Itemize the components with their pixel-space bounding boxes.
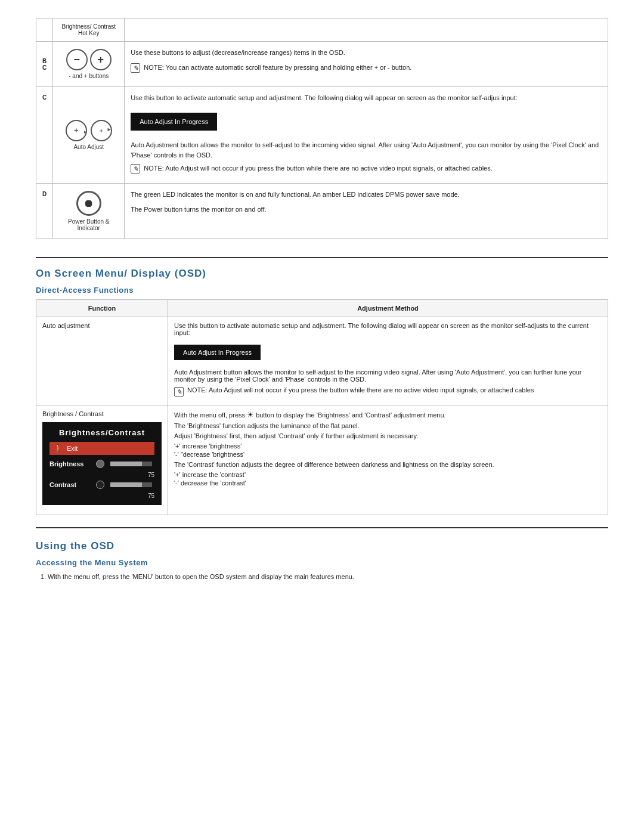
brightness-adj-line-3: '+' increase 'brightness' [174,442,602,450]
da-auto-adjust-progress-button: Auto Adjust In Progress [174,345,261,360]
da-brightness-function-label: Brightness / Contrast [42,410,162,417]
da-adjustment-auto: Use this button to activate automatic se… [168,317,608,405]
osd-brightness-label: Brightness [49,460,92,467]
osd-brightness-circle-icon [96,460,104,468]
da-function-brightness: Brightness / Contrast Brightness/Contras… [36,405,168,515]
note-text: NOTE: You can activate automatic scroll … [144,63,411,73]
da-table-header-adjustment: Adjustment Method [168,300,608,317]
row-label-bc: BC [36,42,53,87]
table-row: BC − + - and + buttons Use these buttons… [36,42,608,87]
osd-subsection-title: Direct-Access Functions [36,286,608,295]
osd-brightness-bar-fill [110,462,142,466]
using-osd-section: Using the OSD Accessing the Menu System … [36,540,608,582]
auto-adjust-label: Auto Adjust [57,144,120,150]
note-icon-c: ✎ [131,164,140,174]
osd-brightness-val: 75 [49,472,154,478]
osd-preview-title: Brightness/Contrast [49,428,154,437]
using-osd-title: Using the OSD [36,540,608,552]
desc-text: Use these buttons to adjust (decrease/in… [131,48,602,58]
da-adjustment-brightness: With the menu off, press ☀ button to dis… [168,405,608,515]
osd-brightness-bar [110,462,152,466]
note-icon: ✎ [131,63,140,73]
da-auto-desc-main: Use this button to activate automatic se… [174,322,602,336]
minus-plus-desc: Use these buttons to adjust (decrease/in… [125,42,608,87]
brightness-adj-line-0: With the menu off, press ☀ button to dis… [174,410,602,419]
minus-plus-icon-cell: − + - and + buttons [53,42,125,87]
auto-adjust-progress-button: Auto Adjust In Progress [131,113,217,131]
osd-contrast-circle-icon [96,481,104,489]
osd-brightness-row: Brightness [49,460,154,468]
auto-adjust-desc: Use this button to activate automatic se… [125,87,608,184]
direct-access-table: Function Adjustment Method Auto adjustme… [36,299,608,515]
button-table: Brightness/ Contrast Hot Key BC − + - an… [36,18,608,239]
brightness-adj-line-5: The 'Contrast' function adjusts the degr… [174,461,602,468]
da-table-header-function: Function [36,300,168,317]
da-function-auto: Auto adjustment [36,317,168,405]
accessing-menu-title: Accessing the Menu System [36,558,608,567]
da-table-row-brightness: Brightness / Contrast Brightness/Contras… [36,405,608,515]
power-desc-line2: The Power button turns the monitor on an… [131,205,602,215]
osd-contrast-label: Contrast [49,481,92,488]
da-auto-desc-extra: Auto Adjustment button allows the monito… [174,368,602,383]
exit-icon: 🚶 [53,444,63,453]
row-label-d: D [36,184,53,239]
brightness-adj-line-7: '-' decrease the 'contrast' [174,479,602,487]
da-table-row-auto: Auto adjustment Use this button to activ… [36,317,608,405]
plus-button-icon: + [90,49,112,70]
osd-contrast-bar-fill [110,482,142,487]
osd-contrast-bar [110,482,152,487]
auto-adjust-circle-icon: + ▸ [66,120,87,141]
section-divider-osd [36,257,608,258]
osd-step-1: With the menu off, press the 'MENU' butt… [48,572,608,582]
osd-preview-box: Brightness/Contrast 🚶 Exit Brightness [42,422,162,505]
row-label-c: C [36,87,53,184]
table-row: D ⏺ Power Button & Indicator The green L… [36,184,608,239]
brightness-adj-line-2: Adjust 'Brightness' first, then adjust '… [174,432,602,439]
osd-section-title: On Screen Menu/ Display (OSD) [36,268,608,280]
osd-contrast-row: Contrast [49,481,154,489]
header-icon-col: Brightness/ Contrast Hot Key [53,18,125,42]
power-label: Power Button & Indicator [57,218,120,231]
note-icon-da-auto: ✎ [174,387,184,397]
section-divider-using-osd [36,527,608,528]
power-icon-cell: ⏺ Power Button & Indicator [53,184,125,239]
auto-adjust-icon-cell: + ▸ + ► Auto Adjust [53,87,125,184]
brightness-sun-icon: ☀ [247,410,254,419]
auto-adjust-desc-main: Use this button to activate automatic se… [131,93,602,103]
auto-adjust-circle2-icon: + ► [91,120,112,141]
minus-plus-label: - and + buttons [57,73,120,79]
power-button-icon: ⏺ [76,191,101,216]
power-desc: The green LED indicates the monitor is o… [125,184,608,239]
note-text-c: NOTE: Auto Adjust will not occur if you … [144,163,493,174]
brightness-adj-line-4: '-' "decrease 'brightness' [174,451,602,458]
note-text-da-auto: NOTE: Auto Adjust will not occur if you … [187,386,534,394]
table-row: C + ▸ + ► Auto Adjust Use this button to… [36,87,608,184]
osd-exit-label: Exit [67,445,78,452]
minus-button-icon: − [66,49,88,70]
power-desc-line1: The green LED indicates the monitor is o… [131,190,602,200]
auto-adjust-desc-extra: Auto Adjustment button allows the monito… [131,140,602,160]
brightness-adj-line-1: The 'Brightness' function adjusts the lu… [174,422,602,429]
brightness-adj-line-6: '+' increase the 'contrast' [174,471,602,478]
osd-section: On Screen Menu/ Display (OSD) Direct-Acc… [36,268,608,515]
osd-contrast-val: 75 [49,493,154,499]
osd-steps-list: With the menu off, press the 'MENU' butt… [48,572,608,582]
